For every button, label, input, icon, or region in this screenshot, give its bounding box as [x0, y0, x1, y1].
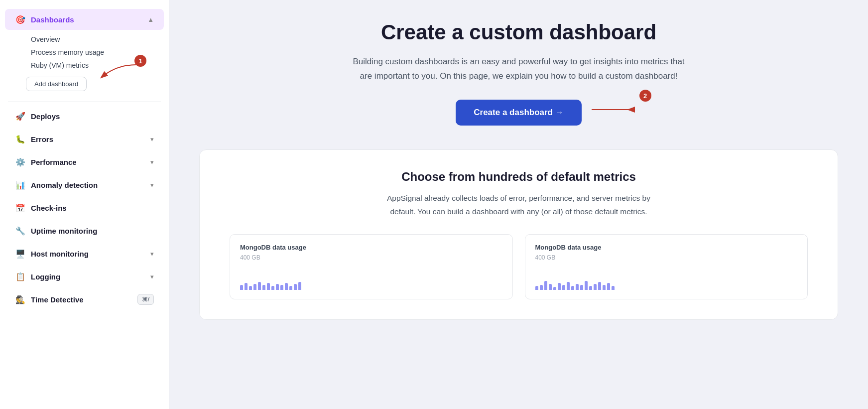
chart-bar	[553, 287, 556, 290]
chart-bar	[589, 286, 592, 290]
chart-card-1: MongoDB data usage 400 GB	[230, 234, 513, 299]
chart-2-title: MongoDB data usage	[535, 244, 798, 251]
chart-1-bars	[240, 265, 502, 290]
chart-bar	[567, 282, 570, 290]
chart-2-label: 400 GB	[535, 254, 798, 261]
sidebar-item-deploys[interactable]: 🚀 Deploys	[5, 106, 164, 127]
dashboards-icon: 🎯	[15, 14, 26, 25]
chevron-down-errors-icon: ▾	[150, 136, 154, 143]
chart-bar	[549, 284, 552, 290]
sidebar-item-overview[interactable]: Overview	[26, 33, 169, 46]
chart-bar	[562, 285, 565, 290]
sidebar-item-anomaly-detection[interactable]: 📊 Anomaly detection ▾	[5, 174, 164, 195]
chart-bar	[258, 282, 261, 290]
chart-bar	[585, 281, 588, 290]
chart-bar	[580, 285, 583, 290]
chart-bar	[540, 285, 543, 290]
dashboards-sub-menu: Overview Process memory usage Ruby (VM) …	[0, 31, 169, 98]
annotation-badge-1: 1	[134, 55, 146, 67]
metrics-section-title: Choose from hundreds of default metrics	[230, 170, 808, 184]
metrics-section: Choose from hundreds of default metrics …	[199, 149, 838, 320]
chart-bar	[240, 285, 243, 290]
checkins-icon: 📅	[15, 202, 26, 213]
sidebar-item-process-memory[interactable]: Process memory usage	[26, 46, 169, 59]
host-icon: 🖥️	[15, 248, 26, 259]
chevron-up-icon: ▲	[147, 16, 154, 23]
sidebar-item-ruby-vm[interactable]: Ruby (VM) metrics	[26, 59, 169, 72]
chart-bar	[285, 283, 288, 290]
dashboards-label: Dashboards	[31, 15, 74, 24]
performance-icon: ⚙️	[15, 156, 26, 167]
sidebar-item-performance[interactable]: ⚙️ Performance ▾	[5, 151, 164, 172]
metrics-section-subtitle: AppSignal already collects loads of erro…	[379, 192, 658, 218]
chart-bar	[289, 286, 292, 290]
chart-bar	[603, 285, 606, 290]
time-detective-icon: 🕵️	[15, 294, 26, 305]
annotation-arrow-2	[577, 95, 641, 125]
chart-bar	[612, 286, 615, 290]
chart-bar	[245, 283, 248, 290]
create-dashboard-button[interactable]: Create a dashboard →	[456, 100, 581, 126]
anomaly-icon: 📊	[15, 179, 26, 190]
chart-bar	[271, 286, 274, 290]
chart-bar	[253, 284, 256, 290]
chart-1-title: MongoDB data usage	[240, 244, 502, 251]
hero-title: Create a custom dashboard	[199, 20, 838, 45]
sidebar-item-host-monitoring[interactable]: 🖥️ Host monitoring ▾	[5, 243, 164, 264]
chevron-down-logging-icon: ▾	[150, 273, 154, 280]
chart-bar	[594, 284, 597, 290]
chart-bar	[558, 283, 561, 290]
chart-1-label: 400 GB	[240, 254, 502, 261]
annotation-badge-2: 2	[639, 90, 651, 102]
time-detective-shortcut-badge: ⌘/	[137, 294, 154, 305]
chart-card-2: MongoDB data usage 400 GB	[525, 234, 808, 299]
chart-bar	[267, 283, 270, 290]
chart-bar	[598, 282, 601, 290]
chart-bar	[249, 286, 252, 290]
chart-bar	[294, 284, 297, 290]
hero-section: Create a custom dashboard Building custo…	[199, 20, 838, 126]
sidebar-item-logging[interactable]: 📋 Logging ▾	[5, 266, 164, 287]
chevron-down-performance-icon: ▾	[150, 158, 154, 166]
chart-bar	[298, 282, 301, 290]
sidebar: 🎯 Dashboards ▲ Overview Process memory u…	[0, 0, 169, 409]
logging-icon: 📋	[15, 271, 26, 282]
chart-bar	[607, 283, 610, 290]
uptime-icon: 🔧	[15, 225, 26, 236]
chevron-down-host-icon: ▾	[150, 250, 154, 258]
chart-bar	[544, 281, 547, 290]
hero-subtitle: Building custom dashboards is an easy an…	[350, 55, 688, 84]
sidebar-item-errors[interactable]: 🐛 Errors ▾	[5, 129, 164, 149]
chevron-down-anomaly-icon: ▾	[150, 181, 154, 189]
errors-icon: 🐛	[15, 134, 26, 144]
sidebar-item-uptime-monitoring[interactable]: 🔧 Uptime monitoring	[5, 220, 164, 241]
charts-row: MongoDB data usage 400 GB MongoDB data u…	[230, 234, 808, 299]
deploys-icon: 🚀	[15, 111, 26, 122]
main-content: Create a custom dashboard Building custo…	[169, 0, 868, 409]
chart-bar	[576, 284, 579, 290]
sidebar-item-dashboards[interactable]: 🎯 Dashboards ▲	[5, 9, 164, 30]
sidebar-item-time-detective[interactable]: 🕵️ Time Detective ⌘/	[5, 289, 164, 310]
sidebar-divider-1	[8, 101, 161, 102]
chart-bar	[262, 285, 265, 290]
add-dashboard-button[interactable]: Add dashboard	[26, 77, 87, 91]
chart-bar	[535, 286, 538, 290]
chart-2-bars	[535, 265, 798, 290]
chart-bar	[571, 286, 574, 290]
chart-bar	[276, 284, 279, 290]
sidebar-item-checkins[interactable]: 📅 Check-ins	[5, 197, 164, 218]
chart-bar	[280, 285, 283, 290]
